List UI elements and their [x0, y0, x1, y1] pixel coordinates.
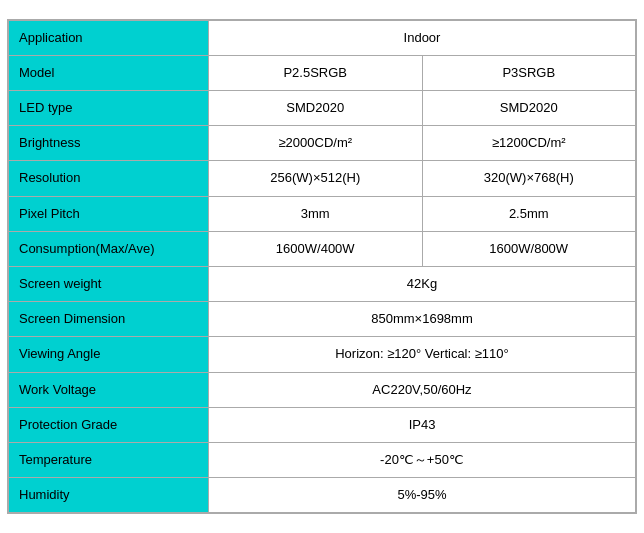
value-temperature: -20℃～+50℃ — [209, 442, 636, 477]
label-protection-grade: Protection Grade — [9, 407, 209, 442]
label-work-voltage: Work Voltage — [9, 372, 209, 407]
value1-pixel-pitch: 3mm — [209, 196, 423, 231]
label-viewing-angle: Viewing Angle — [9, 337, 209, 372]
value2-pixel-pitch: 2.5mm — [422, 196, 636, 231]
label-screen-weight: Screen weight — [9, 267, 209, 302]
value-protection-grade: IP43 — [209, 407, 636, 442]
value2-led-type: SMD2020 — [422, 91, 636, 126]
label-pixel-pitch: Pixel Pitch — [9, 196, 209, 231]
label-resolution: Resolution — [9, 161, 209, 196]
label-brightness: Brightness — [9, 126, 209, 161]
label-temperature: Temperature — [9, 442, 209, 477]
value-viewing-angle: Horizon: ≥120° Vertical: ≥110° — [209, 337, 636, 372]
label-led-type: LED type — [9, 91, 209, 126]
value2-model: P3SRGB — [422, 55, 636, 90]
value-humidity: 5%-95% — [209, 478, 636, 513]
label-screen-dimension: Screen Dimension — [9, 302, 209, 337]
value1-brightness: ≥2000CD/m² — [209, 126, 423, 161]
value1-consumption: 1600W/400W — [209, 231, 423, 266]
value2-resolution: 320(W)×768(H) — [422, 161, 636, 196]
value1-model: P2.5SRGB — [209, 55, 423, 90]
label-model: Model — [9, 55, 209, 90]
value2-brightness: ≥1200CD/m² — [422, 126, 636, 161]
value1-led-type: SMD2020 — [209, 91, 423, 126]
label-humidity: Humidity — [9, 478, 209, 513]
value2-consumption: 1600W/800W — [422, 231, 636, 266]
value-work-voltage: AC220V,50/60Hz — [209, 372, 636, 407]
label-application: Application — [9, 20, 209, 55]
spec-table: ApplicationIndoorModelP2.5SRGBP3SRGBLED … — [7, 19, 637, 515]
value-screen-dimension: 850mm×1698mm — [209, 302, 636, 337]
value-application: Indoor — [209, 20, 636, 55]
value-screen-weight: 42Kg — [209, 267, 636, 302]
value1-resolution: 256(W)×512(H) — [209, 161, 423, 196]
label-consumption: Consumption(Max/Ave) — [9, 231, 209, 266]
